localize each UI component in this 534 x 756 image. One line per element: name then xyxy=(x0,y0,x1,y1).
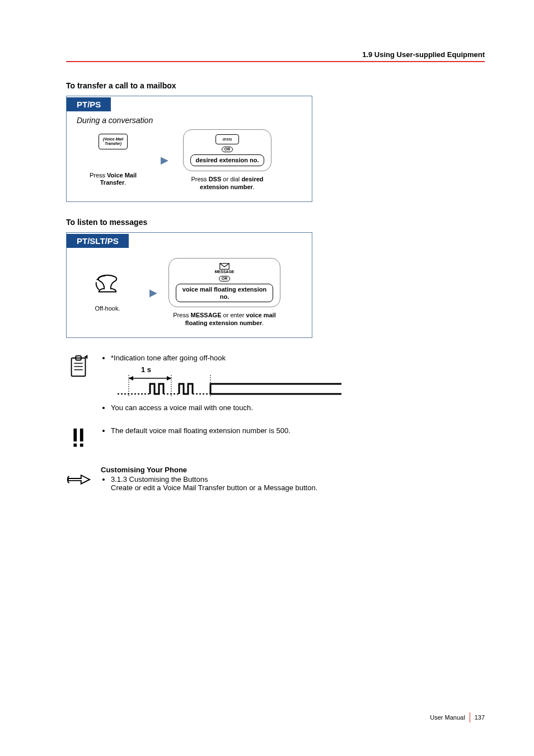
or-pill: OR xyxy=(222,147,233,152)
page-footer: User Manual 137 xyxy=(430,712,485,722)
note-clipboard-icon xyxy=(66,354,92,382)
svg-marker-8 xyxy=(167,376,171,381)
note-default-ext: The default voice mail floating extensio… xyxy=(111,426,485,435)
breadcrumb: 1.9 Using User-supplied Equipment xyxy=(66,50,485,59)
note-one-touch: You can access a voice mail with one tou… xyxy=(111,403,485,412)
footer-label: User Manual xyxy=(430,714,465,721)
arrow-icon: ▶ xyxy=(149,287,157,299)
svg-marker-7 xyxy=(129,376,133,381)
dss-button-icon: (DSS) xyxy=(216,134,239,144)
arrow-icon: ▶ xyxy=(161,154,168,166)
footer-page: 137 xyxy=(475,714,485,721)
context-line: During a conversation xyxy=(77,116,302,125)
pointing-hand-icon xyxy=(66,466,92,494)
svg-rect-1 xyxy=(72,358,86,376)
caption-vmtransfer: Press Voice Mail Transfer. xyxy=(77,172,149,187)
svg-rect-16 xyxy=(73,443,77,447)
header-rule xyxy=(66,61,485,62)
section-title-transfer: To transfer a call to a mailbox xyxy=(66,81,485,90)
or-pill: OR xyxy=(219,276,231,281)
message-button-icon: MESSAGE xyxy=(214,263,234,274)
voice-mail-transfer-button-icon: (Voice Mail Transfer) xyxy=(99,134,128,149)
option-group: (DSS) OR desired extension no. xyxy=(183,129,271,171)
note-exclaim-icon xyxy=(66,426,92,454)
diagram-transfer: PT/PS During a conversation (Voice Mail … xyxy=(66,96,312,202)
caption-dss: Press DSS or dial desired extension numb… xyxy=(180,176,275,191)
option-group-listen: MESSAGE OR voice mail floating extension… xyxy=(168,258,280,308)
customise-title: Customising Your Phone xyxy=(101,466,485,474)
diagram-listen: PT/SLT/PS Off-hook. ▶ MESSAGE OR voice m… xyxy=(66,232,312,338)
caption-offhook: Off-hook. xyxy=(95,305,120,313)
section-title-listen: To listen to messages xyxy=(66,218,485,227)
offhook-phone-icon xyxy=(95,273,120,300)
note-indication-tone: *Indication tone after going off-hook xyxy=(111,354,485,362)
caption-message: Press MESSAGE or enter voice mail floati… xyxy=(168,312,280,327)
option-vmfloat: voice mail floating extension no. xyxy=(176,284,273,302)
tab-ptps: PT/PS xyxy=(67,97,111,111)
option-extension: desired extension no. xyxy=(190,154,264,166)
svg-rect-17 xyxy=(80,443,83,447)
customise-item: 3.1.3 Customising the Buttons Create or … xyxy=(111,475,485,492)
tab-ptsltps: PT/SLT/PS xyxy=(67,234,129,248)
tone-diagram: 1 s xyxy=(118,365,485,399)
